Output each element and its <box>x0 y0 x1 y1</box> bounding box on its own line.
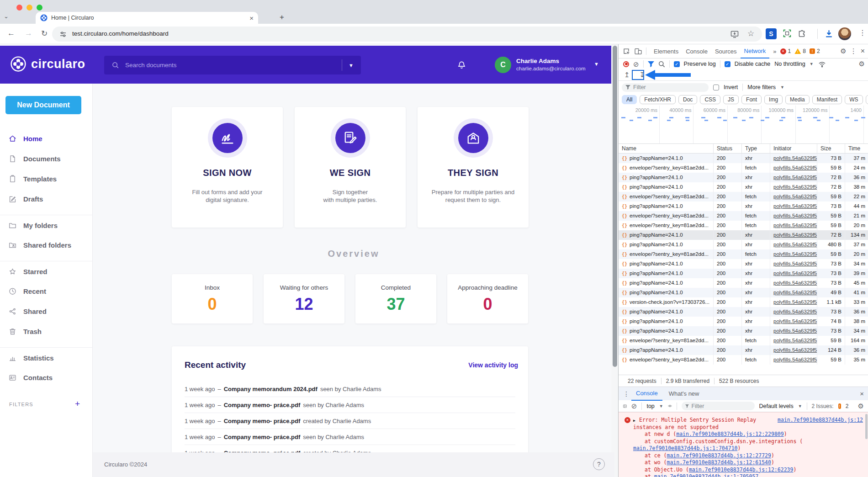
initiator-link[interactable]: polyfills.54a6329f5 <box>773 165 817 170</box>
sign-card[interactable]: SIGN NOW Fill out forms and add your dig… <box>172 107 283 228</box>
add-filter-button[interactable]: + <box>75 399 80 409</box>
tab-close-icon[interactable]: × <box>249 15 254 21</box>
search-input[interactable] <box>125 62 339 69</box>
sidebar-item[interactable]: Home <box>0 128 93 148</box>
resource-filter-chip[interactable]: Media <box>785 95 810 104</box>
user-avatar[interactable]: C <box>495 57 511 73</box>
initiator-link[interactable]: polyfills.54a6329f5 <box>773 184 817 190</box>
screenshot-extension-icon[interactable] <box>782 28 792 38</box>
back-button[interactable]: ← <box>7 29 15 38</box>
preserve-log-checkbox[interactable]: ✓ <box>674 61 680 67</box>
close-window-button[interactable] <box>16 5 22 11</box>
activity-file-name[interactable]: Company memo- práce.pdf <box>224 402 301 408</box>
network-column-header[interactable]: Size <box>817 144 845 153</box>
extensions-puzzle-icon[interactable] <box>797 29 806 38</box>
stack-frame-link[interactable]: main.7ef9010e8837d44b.js:1:704710 <box>633 445 737 451</box>
network-request-row[interactable]: {}ping?appName=24.1.0 200 xhr polyfills.… <box>619 345 868 355</box>
notifications-bell-icon[interactable] <box>456 60 467 70</box>
error-badge[interactable]: ×1 <box>780 48 791 54</box>
activity-file-name[interactable]: Company memo- práce.pdf <box>224 434 301 440</box>
reload-button[interactable]: ↻ <box>41 29 48 38</box>
network-column-header[interactable]: Time <box>845 144 868 153</box>
network-filter-input-pill[interactable] <box>622 83 709 92</box>
initiator-link[interactable]: polyfills.54a6329f5 <box>773 261 817 266</box>
devtools-tab[interactable]: Elements <box>650 44 682 58</box>
console-filter-pill[interactable] <box>682 402 755 410</box>
resource-filter-chip[interactable]: All <box>622 95 637 104</box>
site-settings-icon[interactable] <box>59 31 67 38</box>
user-menu-chevron-icon[interactable]: ▼ <box>594 61 599 67</box>
drawer-menu-icon[interactable]: ⋮ <box>623 390 630 398</box>
downloads-icon[interactable] <box>824 29 834 38</box>
clear-network-log-icon[interactable]: ⊘ <box>633 61 639 68</box>
warning-badge[interactable]: !8 <box>794 48 806 54</box>
issues-count-label[interactable]: 2 Issues: <box>812 403 834 409</box>
more-filters-chevron-icon[interactable]: ▼ <box>780 85 784 90</box>
activity-file-name[interactable]: Company memo- práce.pdf <box>224 418 301 424</box>
stack-frame-link[interactable]: main.7ef9010e8837d44b.js:12:61540 <box>667 459 771 466</box>
resource-filter-chip[interactable]: Doc <box>678 95 697 104</box>
network-request-row[interactable]: {}envelope/?sentry_key=81ae2dd... 200 fe… <box>619 249 868 259</box>
disable-cache-checkbox[interactable]: ✓ <box>725 61 730 67</box>
network-conditions-icon[interactable] <box>818 60 826 68</box>
sidebar-item[interactable]: Templates <box>0 169 93 189</box>
console-context-select[interactable]: top <box>646 403 654 409</box>
drawer-tab-whats-new[interactable]: What's new <box>664 387 704 401</box>
network-request-row[interactable]: {}ping?appName=24.1.0 200 xhr polyfills.… <box>619 173 868 182</box>
resource-filter-chip[interactable]: Fetch/XHR <box>640 95 676 104</box>
bookmark-star-icon[interactable]: ☆ <box>747 29 754 38</box>
sidebar-item[interactable]: Shared folders <box>0 235 93 255</box>
resource-filter-chip[interactable]: JS <box>723 95 739 104</box>
network-column-header[interactable]: Name <box>619 144 713 153</box>
extension-s-icon[interactable]: S <box>766 28 777 39</box>
live-expression-eye-icon[interactable] <box>668 403 672 409</box>
resource-filter-chip[interactable]: CSS <box>700 95 720 104</box>
search-options-chevron-icon[interactable]: ▼ <box>349 63 354 68</box>
help-button[interactable]: ? <box>593 458 605 470</box>
network-request-row[interactable]: {}ping?appName=24.1.0 200 xhr polyfills.… <box>619 317 868 326</box>
console-settings-icon[interactable]: ⚙ <box>858 402 868 410</box>
network-request-row[interactable]: {}ping?appName=24.1.0 200 xhr polyfills.… <box>619 278 868 288</box>
maximize-window-button[interactable] <box>37 5 42 11</box>
sign-card[interactable]: WE SIGN Sign together with multiple part… <box>295 107 406 228</box>
issues-badge[interactable]: !2 <box>810 48 820 54</box>
sidebar-item[interactable]: Documents <box>0 148 93 169</box>
sidebar-item[interactable]: Drafts <box>0 189 93 209</box>
drawer-tab-console[interactable]: Console <box>631 387 662 401</box>
address-bar[interactable]: ☆ <box>52 26 762 42</box>
network-request-row[interactable]: {}ping?appName=24.1.0 200 xhr polyfills.… <box>619 182 868 192</box>
initiator-link[interactable]: polyfills.54a6329f5 <box>773 309 817 314</box>
initiator-link[interactable]: polyfills.54a6329f5 <box>773 213 817 218</box>
activity-file-name[interactable]: Company memorandum 2024.pdf <box>224 386 318 392</box>
initiator-link[interactable]: polyfills.54a6329f5 <box>773 232 817 238</box>
inspect-element-icon[interactable] <box>622 47 630 55</box>
initiator-link[interactable]: polyfills.54a6329f5 <box>773 347 817 353</box>
expand-error-icon[interactable]: ▶ <box>633 417 635 424</box>
url-input[interactable] <box>72 30 703 37</box>
stack-frame-link[interactable]: main.7ef9010e8837d44b.js:12:229809 <box>676 431 783 437</box>
network-column-header[interactable]: Type <box>741 144 770 153</box>
network-request-row[interactable]: {}version-check.json?v=17303726... 200 x… <box>619 297 868 307</box>
initiator-link[interactable]: polyfills.54a6329f5 <box>773 251 817 257</box>
initiator-link[interactable]: polyfills.54a6329f5 <box>773 223 817 228</box>
resource-filter-chip[interactable]: WS <box>845 95 863 104</box>
sidebar-item[interactable]: Shared <box>0 301 93 321</box>
sidebar-item[interactable]: Contacts <box>0 367 93 387</box>
network-request-row[interactable]: {}envelope/?sentry_key=81ae2dd... 200 fe… <box>619 192 868 201</box>
page-scrollbar-thumb[interactable] <box>613 46 617 367</box>
devtools-tab[interactable]: Network <box>741 44 770 58</box>
network-request-row[interactable]: {}ping?appName=24.1.0 200 xhr polyfills.… <box>619 154 868 163</box>
console-scrollbar-thumb[interactable] <box>865 414 868 439</box>
initiator-link[interactable]: polyfills.54a6329f5 <box>773 203 817 209</box>
initiator-link[interactable]: polyfills.54a6329f5 <box>773 299 817 305</box>
new-document-button[interactable]: New Document <box>5 96 81 114</box>
network-request-row[interactable]: {}ping?appName=24.1.0 200 xhr polyfills.… <box>619 240 868 249</box>
network-request-row[interactable]: {}ping?appName=24.1.0 200 xhr polyfills.… <box>619 259 868 269</box>
forward-button[interactable]: → <box>25 29 32 38</box>
sidebar-item[interactable]: My folders <box>0 215 93 235</box>
initiator-link[interactable]: polyfills.54a6329f5 <box>773 194 817 199</box>
devtools-tab[interactable]: Sources <box>711 44 741 58</box>
devtools-tab[interactable]: Console <box>682 44 711 58</box>
console-sidebar-icon[interactable] <box>623 403 627 409</box>
install-app-icon[interactable] <box>730 30 739 39</box>
